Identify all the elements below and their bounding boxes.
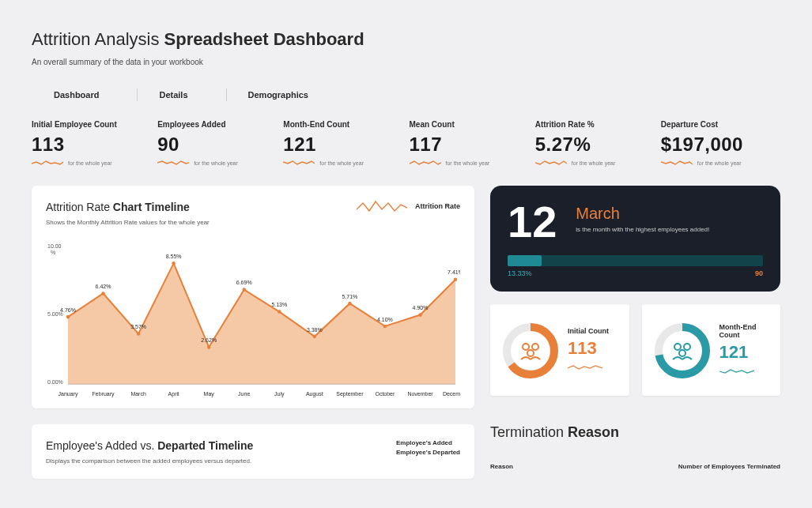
svg-text:September: September (336, 391, 364, 397)
highlight-note: is the month with the highest employees … (576, 226, 718, 233)
people-icon (521, 344, 540, 359)
kpi-label: Departure Cost (661, 120, 780, 129)
bar-fill (508, 255, 542, 266)
kpi-label: Initial Employee Count (32, 120, 151, 129)
people-icon (673, 344, 692, 359)
svg-text:3.38%: 3.38% (307, 326, 323, 333)
donut-monthend-card: Month-End Count 121 (642, 304, 781, 396)
sparkline-icon (157, 159, 189, 167)
highlight-number: 12 (508, 200, 557, 244)
kpi-label: Attrition Rate % (535, 120, 655, 129)
kpi-mean: Mean Count 117 for the whole year (410, 120, 529, 167)
highlight-bar: 13.33% 90 (508, 255, 763, 266)
donut-value: 121 (719, 342, 772, 363)
legend-label: Attrition Rate (415, 202, 460, 210)
svg-point-9 (383, 325, 387, 329)
kpi-sub: for the whole year (661, 159, 780, 167)
line-chart: 4.76%6.42%3.57%8.55%2.62%6.69%5.13%3.38%… (46, 235, 460, 399)
svg-text:January: January (59, 391, 78, 397)
svg-point-45 (527, 350, 534, 356)
svg-point-4 (207, 345, 210, 349)
tab-dashboard[interactable]: Dashboard (32, 84, 137, 106)
donut-value: 113 (568, 338, 609, 359)
svg-point-1 (101, 292, 104, 295)
kpi-added: Employees Added 90 for the whole year (157, 120, 277, 167)
sparkline-icon (283, 159, 315, 167)
svg-text:5.71%: 5.71% (342, 294, 357, 300)
svg-text:%: % (51, 250, 56, 256)
svg-text:July: July (274, 391, 285, 397)
kpi-value: 5.27% (535, 134, 655, 156)
svg-text:February: February (93, 391, 115, 397)
svg-text:December: December (443, 391, 460, 397)
svg-point-8 (348, 302, 351, 306)
svg-point-10 (418, 313, 421, 317)
col-reason: Reason (490, 463, 513, 470)
col-count: Number of Employees Terminated (678, 463, 780, 470)
sparkline-icon (410, 159, 441, 167)
page-title: Attrition Analysis Spreadsheet Dashboard (32, 22, 780, 51)
svg-point-44 (532, 344, 538, 350)
kpi-initial: Initial Employee Count 113 for the whole… (32, 120, 151, 167)
svg-text:3.57%: 3.57% (130, 324, 146, 330)
chart-legend: Attrition Rate (357, 198, 460, 214)
timeline2-legend: Employee's Added Employee's Departed (396, 438, 460, 457)
svg-text:7.41%: 7.41% (448, 269, 460, 276)
page-subtitle: An overall summary of the data in your w… (32, 58, 780, 66)
highlight-month: March (576, 205, 763, 223)
attrition-chart-card: Attrition Rate Chart Timeline Shows the … (32, 186, 474, 408)
svg-text:4.90%: 4.90% (413, 305, 429, 311)
tab-details[interactable]: Details (137, 84, 225, 106)
timeline2-subtitle: Displays the comparison between the adde… (46, 457, 460, 465)
donut-initial-card: Initial Count 113 (490, 304, 629, 396)
svg-text:2.62%: 2.62% (201, 337, 217, 344)
svg-text:June: June (238, 391, 250, 397)
svg-point-3 (172, 262, 175, 265)
sparkline-icon (719, 367, 754, 375)
kpi-value: 113 (32, 134, 151, 156)
svg-text:8.55%: 8.55% (166, 254, 182, 260)
svg-text:May: May (204, 391, 215, 397)
svg-point-11 (454, 277, 457, 281)
kpi-value: $197,000 (661, 134, 780, 156)
kpi-monthend: Month-End Count 121 for the whole year (283, 120, 402, 167)
donut-label: Initial Count (568, 327, 609, 335)
svg-text:0.00%: 0.00% (47, 379, 63, 386)
kpi-rate: Attrition Rate % 5.27% for the whole yea… (535, 120, 655, 167)
kpi-row: Initial Employee Count 113 for the whole… (32, 120, 780, 167)
svg-text:4.10%: 4.10% (377, 317, 393, 323)
legend-departed: Employee's Departed (396, 448, 460, 457)
donut-chart-initial (500, 320, 561, 382)
termination-title: Termination Reason (490, 424, 780, 441)
chart-body: 4.76%6.42%3.57%8.55%2.62%6.69%5.13%3.38%… (46, 235, 460, 399)
kpi-sub: for the whole year (410, 159, 529, 167)
svg-point-43 (523, 344, 529, 350)
sparkline-icon (535, 159, 567, 167)
sparkline-icon (661, 159, 693, 167)
tab-demographics[interactable]: Demographics (226, 84, 346, 106)
kpi-label: Employees Added (157, 120, 277, 129)
kpi-sub: for the whole year (32, 159, 151, 167)
donut-chart-monthend (651, 320, 713, 382)
termination-table-head: Reason Number of Employees Terminated (490, 463, 780, 470)
svg-point-50 (679, 350, 685, 356)
kpi-value: 121 (283, 134, 402, 156)
sparkline-icon (568, 363, 602, 371)
svg-text:5.00%: 5.00% (47, 311, 63, 318)
kpi-sub: for the whole year (283, 159, 402, 167)
svg-text:April: April (168, 391, 179, 397)
kpi-value: 90 (157, 134, 277, 156)
sparkline-icon (32, 159, 63, 167)
added-vs-departed-card: Employee's Added vs. Departed Timeline D… (32, 424, 474, 479)
svg-text:6.42%: 6.42% (96, 284, 111, 290)
svg-text:November: November (407, 391, 433, 397)
donut-label: Month-End Count (719, 323, 772, 339)
svg-point-6 (278, 310, 281, 314)
highlight-card: 12 March is the month with the highest e… (490, 186, 780, 292)
svg-point-7 (313, 335, 316, 339)
svg-text:August: August (306, 391, 323, 397)
title-prefix: Attrition Analysis (32, 29, 164, 49)
kpi-sub: for the whole year (535, 159, 655, 167)
svg-point-48 (674, 344, 681, 350)
svg-point-5 (243, 288, 246, 292)
